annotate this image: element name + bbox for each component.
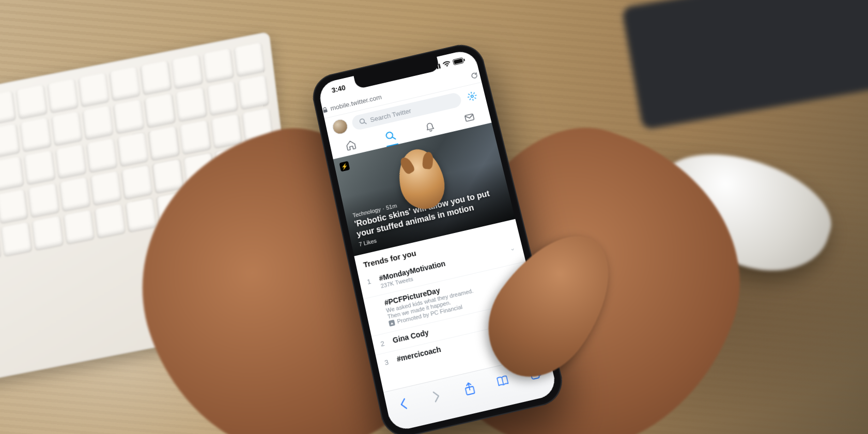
share-button[interactable] — [456, 375, 483, 402]
reload-icon[interactable] — [470, 71, 478, 79]
bell-icon — [423, 120, 437, 133]
svg-line-17 — [502, 377, 503, 384]
home-icon — [344, 138, 358, 151]
svg-line-12 — [393, 136, 396, 140]
forward-button[interactable] — [423, 382, 450, 410]
mail-icon — [463, 111, 476, 123]
svg-rect-3 — [438, 63, 441, 68]
trend-rank: 1 — [366, 275, 377, 292]
svg-point-8 — [360, 118, 365, 123]
svg-rect-16 — [466, 386, 475, 395]
svg-point-10 — [471, 95, 473, 97]
amp-badge-icon: ⚡ — [339, 161, 350, 172]
status-time: 3:40 — [331, 83, 346, 94]
settings-icon — [466, 90, 478, 102]
chevron-down-icon[interactable]: ⌄ — [509, 243, 518, 259]
svg-point-11 — [385, 131, 393, 139]
settings-button[interactable] — [464, 88, 480, 104]
svg-line-9 — [364, 122, 366, 124]
wifi-icon — [442, 60, 452, 67]
search-placeholder: Search Twitter — [369, 106, 412, 123]
trend-rank: 2 — [380, 337, 389, 348]
tablet-prop — [622, 0, 868, 130]
svg-rect-6 — [463, 58, 465, 61]
search-icon — [359, 117, 367, 126]
trend-rank — [371, 300, 384, 329]
chevron-left-icon — [398, 397, 408, 410]
search-tab-icon — [384, 129, 397, 142]
lock-icon — [322, 106, 328, 113]
avatar[interactable] — [331, 118, 349, 136]
book-icon — [495, 374, 509, 387]
chevron-right-icon — [431, 390, 441, 403]
battery-icon — [453, 57, 466, 65]
trend-rank: 3 — [384, 356, 393, 366]
promoted-icon — [389, 319, 395, 326]
share-icon — [463, 381, 476, 396]
back-button[interactable] — [390, 390, 416, 417]
